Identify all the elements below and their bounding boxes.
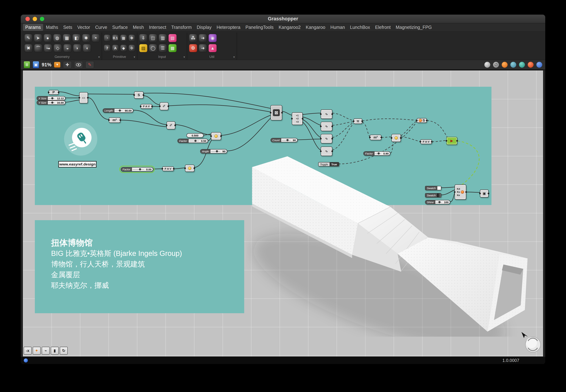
geometry-tool-icon[interactable]: ➤ — [34, 34, 42, 42]
circle-param-icon[interactable]: ● — [44, 34, 52, 42]
compass-widget-button[interactable]: ✦ — [33, 347, 41, 355]
import-icon[interactable]: ⇩ — [139, 34, 148, 42]
grasshopper-canvas[interactable]: P ▭ S F A V ✐ m² ✐ ⊠ +1 +2 +3 ∿ ∿ ∿ ∿ π … — [23, 70, 543, 357]
time-param-icon[interactable]: ✣ — [129, 44, 135, 52]
colour-picker-icon[interactable]: ▩ — [168, 44, 177, 52]
new-document-button[interactable]: ≣ — [24, 61, 30, 68]
tab-magnetizing-fpg[interactable]: Magnetizing_FPG — [393, 24, 434, 31]
chevron-down-icon[interactable]: ▼ — [98, 56, 100, 58]
tab-heteroptera[interactable]: Heteroptera — [214, 24, 243, 31]
viewport-filter-button-4[interactable] — [536, 62, 542, 68]
zoom-window-button[interactable] — [40, 17, 44, 21]
geometry-tool-icon[interactable]: ✎ — [24, 34, 32, 42]
box-param-icon[interactable]: ◇ — [54, 44, 62, 52]
canvas-paint-button[interactable]: ✎ — [85, 61, 94, 68]
viewport-filter-button-2[interactable] — [519, 62, 525, 68]
mesh-param-icon[interactable]: ▦ — [63, 34, 71, 42]
amplitude-component-2[interactable]: F A V — [420, 139, 432, 144]
integer-param-icon[interactable]: 7 — [104, 44, 111, 52]
gradient-tool-icon[interactable]: ▧ — [168, 34, 177, 42]
preview-off-button[interactable]: ∅ — [493, 62, 499, 68]
graph-mapper-component[interactable] — [211, 132, 221, 140]
angle-slider[interactable]: Angle90 — [200, 149, 227, 154]
chevron-down-icon[interactable]: ▼ — [133, 56, 135, 58]
rectangle-component[interactable]: ▭ — [79, 92, 88, 103]
amplitude-component-3[interactable]: F A V — [162, 167, 174, 171]
factor-slider-selected[interactable]: Factor0.00 — [121, 167, 153, 171]
zoom-extents-button[interactable]: ✚ — [63, 61, 72, 68]
tab-kangaroo2[interactable]: Kangaroo2 — [276, 24, 303, 31]
surface-param-icon[interactable]: ◒ — [63, 44, 72, 52]
divide-curve-component[interactable]: ✐ — [160, 102, 168, 110]
tab-lunchbox[interactable]: LunchBox — [348, 24, 372, 31]
factor-slider-1[interactable]: Factor0.50 — [178, 139, 208, 143]
selected-trigger-component[interactable]: ▶ — [446, 137, 457, 145]
tab-params[interactable]: Params — [23, 24, 43, 31]
jump-icon[interactable]: ➜ — [199, 44, 207, 52]
sketch-tool-button[interactable] — [484, 62, 490, 68]
loop-widget-button[interactable]: ↻ — [60, 347, 68, 355]
tab-curve[interactable]: Curve — [93, 24, 110, 31]
slider-tool-icon[interactable]: ◫ — [149, 34, 157, 42]
sine-graph-component-2[interactable]: ∿ — [321, 122, 332, 131]
length-slider[interactable]: Length90.00 — [103, 108, 133, 113]
amplitude-component[interactable]: F A V — [141, 104, 152, 109]
boolean-param-icon[interactable]: ◔ — [104, 34, 111, 42]
relay-icon[interactable]: ➜ — [199, 34, 207, 42]
null-param-icon[interactable]: ✖ — [24, 44, 33, 52]
group-param-icon[interactable]: ◖ — [83, 44, 91, 52]
graph-mapper-component-2[interactable] — [391, 134, 401, 142]
chevron-down-icon[interactable]: ▼ — [183, 56, 185, 58]
colour-param-icon[interactable]: ✤ — [129, 34, 135, 42]
mdslider-tool-icon[interactable]: ▨ — [139, 44, 148, 52]
cherry-picker-icon[interactable]: ❂ — [189, 44, 197, 52]
fancy-wires-button[interactable]: ⌁ — [42, 347, 50, 355]
sphere-param-icon[interactable]: ◓ — [92, 34, 100, 42]
x-size-slider[interactable]: X Size12.12 — [37, 96, 65, 100]
tab-transform[interactable]: Transform — [169, 24, 194, 31]
tab-elefront[interactable]: Elefront — [373, 24, 393, 31]
text-param-icon[interactable]: A — [112, 44, 119, 52]
tab-kangaroo[interactable]: Kangaroo — [303, 24, 328, 31]
brep-param-icon[interactable]: ◧ — [72, 34, 80, 42]
expression-component[interactable]: m² — [109, 117, 120, 123]
series-list-component[interactable]: +1 +2 +3 — [292, 112, 303, 125]
shaded-preview-button[interactable] — [502, 62, 508, 68]
tab-surface[interactable]: Surface — [110, 24, 130, 31]
zoom-dropdown-button[interactable]: ▼ — [54, 62, 60, 68]
value-panel[interactable]: 0.500 — [186, 133, 204, 138]
info-status-icon[interactable] — [24, 358, 28, 363]
divide-curve-component-2[interactable]: ✐ — [167, 121, 175, 129]
flask-icon[interactable]: ▲ — [209, 44, 217, 52]
item-picker-icon[interactable]: ☰ — [159, 44, 167, 52]
tab-display[interactable]: Display — [194, 24, 214, 31]
chevron-down-icon[interactable]: ▼ — [233, 56, 235, 58]
arc-param-icon[interactable]: ⌒ — [34, 44, 43, 52]
viewport-filter-button-1[interactable] — [510, 62, 516, 68]
curve-param-icon[interactable]: ◍ — [53, 34, 61, 42]
panel-tool-icon[interactable]: ▥ — [159, 34, 167, 42]
plane-component[interactable]: P — [48, 90, 59, 95]
matrix-param-icon[interactable]: ▦ — [120, 34, 127, 42]
view-navigation-ball[interactable] — [520, 332, 542, 353]
polyline-param-icon[interactable]: ↝ — [44, 44, 52, 52]
expression-component-2[interactable]: m² — [370, 135, 381, 140]
number-param-icon[interactable]: 0.1 — [112, 34, 119, 42]
data-dam-icon[interactable]: ◉ — [209, 34, 217, 42]
profiler-widget-button[interactable]: -x — [24, 347, 31, 355]
tab-panelingtools[interactable]: PanelingTools — [243, 24, 276, 31]
y-size-slider[interactable]: Y Size16.00 — [37, 100, 65, 105]
flagged-component[interactable]: S — [417, 118, 427, 123]
tab-human[interactable]: Human — [328, 24, 347, 31]
geometry-param-icon[interactable]: ◗ — [73, 44, 81, 52]
minimize-window-button[interactable] — [33, 17, 37, 21]
count-slider[interactable]: Count90 — [270, 138, 298, 142]
pi-component[interactable]: π — [354, 118, 362, 124]
sine-graph-component-3[interactable]: ∿ — [321, 134, 332, 143]
preview-eye-button[interactable] — [74, 61, 83, 68]
tab-sets[interactable]: Sets — [61, 24, 74, 31]
sine-graph-component-1[interactable]: ∿ — [321, 110, 332, 119]
save-document-button[interactable]: ▣ — [33, 61, 39, 68]
panel-widget-button[interactable]: ▮ — [51, 347, 59, 355]
pointcloud-param-icon[interactable]: ✱ — [82, 34, 90, 42]
